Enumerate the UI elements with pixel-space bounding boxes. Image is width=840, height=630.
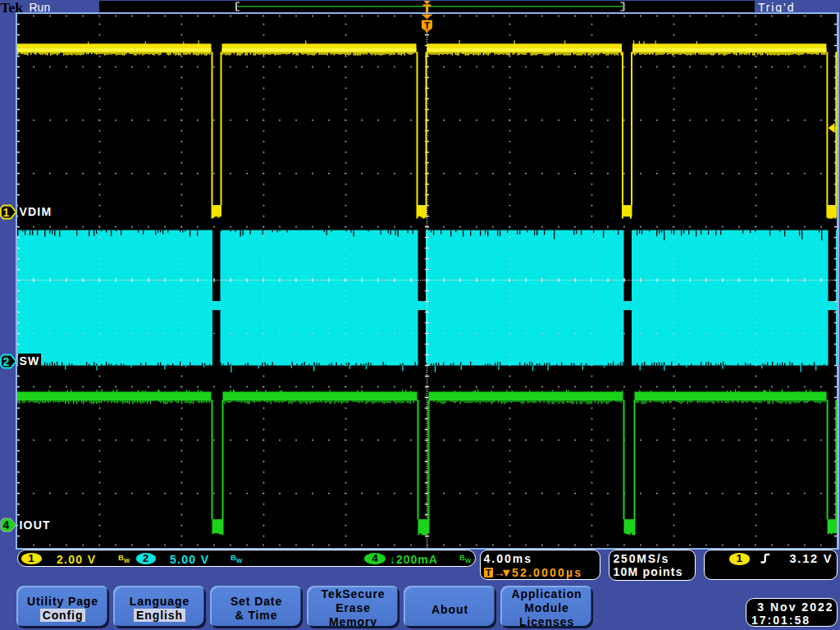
svg-text:1: 1 [3,206,10,219]
svg-text:4: 4 [3,518,10,532]
svg-text:T: T [424,21,430,30]
svg-text:2: 2 [3,355,10,368]
